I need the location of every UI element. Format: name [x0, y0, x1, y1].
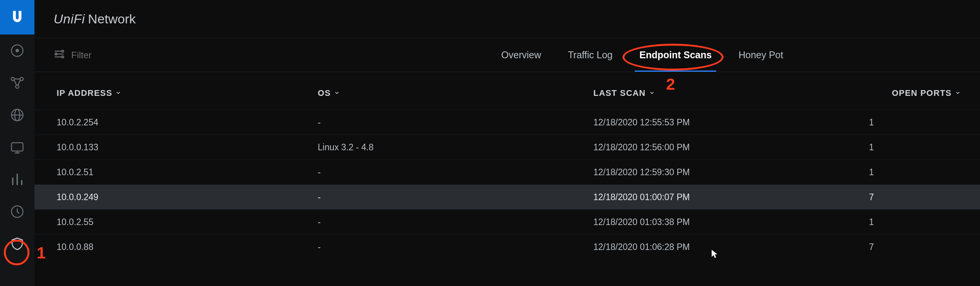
svg-point-9 — [62, 50, 64, 52]
cell-os: Linux 3.2 - 4.8 — [318, 142, 593, 153]
table-row[interactable]: 10.0.0.133Linux 3.2 - 4.812/18/2020 12:5… — [34, 135, 980, 159]
col-header-ip[interactable]: IP ADDRESS — [54, 88, 318, 98]
cell-os: - — [318, 167, 593, 178]
sidebar — [0, 0, 34, 286]
cell-last-scan: 12/18/2020 01:00:07 PM — [593, 192, 869, 202]
cell-open-ports: 1 — [869, 167, 961, 178]
topology-icon[interactable] — [0, 67, 34, 99]
cell-last-scan: 12/18/2020 12:56:00 PM — [593, 142, 869, 153]
cell-ip: 10.0.0.88 — [54, 242, 318, 252]
cell-os: - — [318, 242, 593, 252]
cell-last-scan: 12/18/2020 12:55:53 PM — [593, 117, 869, 128]
activity-icon[interactable] — [0, 196, 34, 228]
threat-shield-icon[interactable] — [0, 228, 34, 260]
chevron-down-icon — [115, 88, 121, 98]
tab-endpoint-scans[interactable]: Endpoint Scans — [639, 39, 712, 71]
brand-sub: Network — [88, 12, 136, 26]
cell-last-scan: 12/18/2020 01:03:38 PM — [593, 217, 869, 227]
cell-ip: 10.0.2.55 — [54, 217, 318, 227]
col-header-os[interactable]: OS — [318, 88, 593, 98]
table-row[interactable]: 10.0.2.51-12/18/2020 12:59:30 PM1 — [34, 159, 980, 184]
cell-ip: 10.0.2.51 — [54, 167, 318, 178]
tab-traffic-log[interactable]: Traffic Log — [568, 39, 613, 71]
cell-last-scan: 12/18/2020 01:06:28 PM — [593, 242, 869, 252]
svg-point-4 — [16, 85, 19, 88]
cell-open-ports: 1 — [869, 142, 961, 153]
cell-os: - — [318, 217, 593, 227]
filter-button[interactable]: Filter — [54, 48, 91, 62]
main-content: UniFi Network Filter Overview Traffic Lo… — [34, 0, 980, 286]
globe-icon[interactable] — [0, 99, 34, 131]
col-header-last-scan[interactable]: LAST SCAN — [593, 88, 869, 98]
cell-ip: 10.0.0.133 — [54, 142, 318, 153]
tabs: Overview Traffic Log Endpoint Scans Hone… — [501, 39, 783, 71]
unifi-logo[interactable] — [0, 0, 34, 35]
cell-ip: 10.0.2.254 — [54, 117, 318, 128]
cell-open-ports: 7 — [869, 242, 961, 252]
cell-os: - — [318, 192, 593, 202]
table-header: IP ADDRESS OS LAST SCAN OPEN PORTS — [34, 72, 980, 110]
stats-icon[interactable] — [0, 163, 34, 196]
chevron-down-icon — [334, 88, 340, 98]
col-header-os-label: OS — [318, 88, 331, 98]
svg-point-1 — [16, 49, 19, 52]
cell-os: - — [318, 117, 593, 128]
cell-ip: 10.0.0.249 — [54, 192, 318, 202]
table-row[interactable]: 10.0.2.55-12/18/2020 01:03:38 PM1 — [34, 209, 980, 234]
col-header-ports-label: OPEN PORTS — [892, 88, 952, 98]
col-header-open-ports[interactable]: OPEN PORTS — [869, 88, 961, 98]
chevron-down-icon — [649, 88, 655, 98]
cell-open-ports: 1 — [869, 217, 961, 227]
filter-icon — [54, 48, 65, 62]
table-row[interactable]: 10.0.2.254-12/18/2020 12:55:53 PM1 — [34, 110, 980, 135]
tab-overview[interactable]: Overview — [501, 39, 541, 71]
brand: UniFi Network — [54, 12, 136, 26]
cell-open-ports: 7 — [869, 192, 961, 202]
dashboard-icon[interactable] — [0, 35, 34, 67]
brand-name: UniFi — [54, 12, 85, 26]
topbar: UniFi Network — [34, 0, 980, 38]
col-header-last-label: LAST SCAN — [593, 88, 646, 98]
subheader: Filter Overview Traffic Log Endpoint Sca… — [34, 38, 980, 72]
table: IP ADDRESS OS LAST SCAN OPEN PORTS — [34, 72, 980, 286]
svg-rect-7 — [11, 143, 23, 151]
table-row[interactable]: 10.0.0.88-12/18/2020 01:06:28 PM7 — [34, 234, 980, 259]
chevron-down-icon — [955, 88, 961, 98]
table-body: 10.0.2.254-12/18/2020 12:55:53 PM110.0.0… — [34, 110, 980, 259]
cell-open-ports: 1 — [869, 117, 961, 128]
table-row[interactable]: 10.0.0.249-12/18/2020 01:00:07 PM7 — [34, 184, 980, 209]
cell-last-scan: 12/18/2020 12:59:30 PM — [593, 167, 869, 178]
devices-icon[interactable] — [0, 131, 34, 163]
col-header-ip-label: IP ADDRESS — [57, 88, 112, 98]
svg-point-11 — [62, 56, 64, 58]
tab-honey-pot[interactable]: Honey Pot — [738, 39, 783, 71]
filter-label: Filter — [71, 50, 91, 61]
